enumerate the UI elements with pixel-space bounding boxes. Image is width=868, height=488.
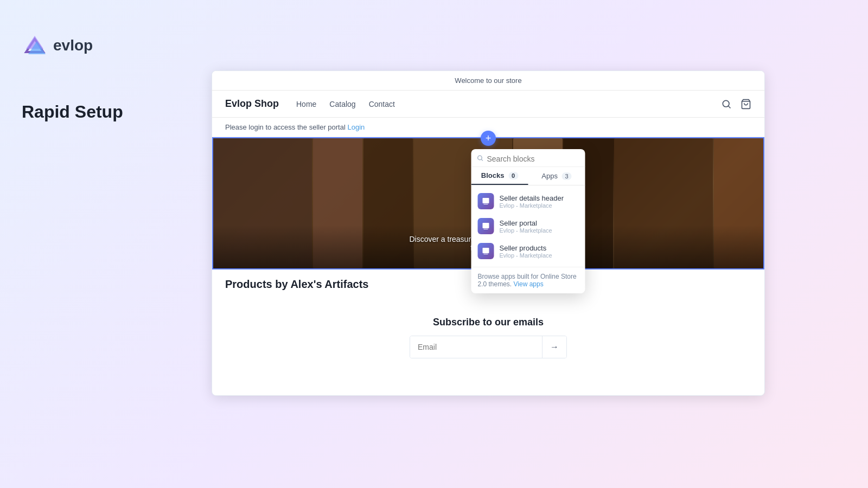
- email-form: →: [410, 336, 567, 358]
- block-icon-3: [478, 243, 494, 259]
- block-source-1: Evlop - Marketplace: [500, 202, 579, 209]
- email-submit-button[interactable]: →: [542, 336, 566, 358]
- login-text: Please login to access the seller portal: [225, 123, 346, 131]
- block-info-1: Seller details header Evlop - Marketplac…: [500, 194, 579, 209]
- block-icon-2: [478, 218, 494, 234]
- nav-links: Home Catalog Contact: [296, 100, 721, 108]
- store-name: Evlop Shop: [225, 98, 279, 110]
- svg-rect-9: [484, 204, 488, 204]
- list-item[interactable]: Seller products Evlop - Marketplace: [471, 239, 585, 264]
- tabs-row: Blocks 0 Apps 3: [471, 167, 585, 185]
- svg-rect-10: [483, 223, 489, 228]
- nav-icons: [721, 99, 751, 110]
- subscribe-title: Subscribe to our emails: [225, 317, 751, 328]
- logo-area: evlop: [22, 33, 184, 59]
- svg-rect-12: [483, 248, 489, 253]
- svg-line-7: [481, 159, 482, 160]
- store-topbar: Welcome to our store: [212, 71, 764, 91]
- block-source-2: Evlop - Marketplace: [500, 227, 579, 234]
- email-input[interactable]: [410, 336, 542, 358]
- svg-rect-13: [484, 254, 488, 254]
- page-title: Rapid Setup: [22, 102, 184, 122]
- list-item[interactable]: Seller details header Evlop - Marketplac…: [471, 189, 585, 214]
- svg-rect-8: [483, 198, 489, 203]
- svg-rect-11: [484, 229, 488, 229]
- svg-point-3: [723, 100, 729, 107]
- search-blocks-input[interactable]: [487, 155, 580, 163]
- tab-blocks[interactable]: Blocks 0: [471, 167, 528, 185]
- store-nav: Evlop Shop Home Catalog Contact: [212, 91, 764, 118]
- block-list: Seller details header Evlop - Marketplac…: [471, 185, 585, 267]
- block-name-1: Seller details header: [500, 194, 579, 202]
- block-name-2: Seller portal: [500, 219, 579, 227]
- logo-text: evlop: [53, 37, 93, 54]
- subscribe-section: Subscribe to our emails →: [212, 304, 764, 371]
- svg-line-4: [729, 106, 731, 108]
- block-name-3: Seller products: [500, 244, 579, 252]
- list-item[interactable]: Seller portal Evlop - Marketplace: [471, 214, 585, 239]
- evlop-logo-icon: [22, 33, 48, 59]
- nav-contact[interactable]: Contact: [369, 100, 395, 108]
- block-info-2: Seller portal Evlop - Marketplace: [500, 219, 579, 234]
- block-source-3: Evlop - Marketplace: [500, 252, 579, 259]
- search-icon[interactable]: [721, 99, 732, 110]
- cart-icon[interactable]: [741, 99, 751, 110]
- blocks-count: 0: [508, 172, 518, 179]
- left-panel: evlop Rapid Setup: [0, 0, 206, 488]
- nav-catalog[interactable]: Catalog: [329, 100, 355, 108]
- view-apps-link[interactable]: View apps: [514, 280, 544, 288]
- add-block-button[interactable]: +: [481, 131, 496, 146]
- nav-home[interactable]: Home: [296, 100, 316, 108]
- apps-footer: Browse apps built for Online Store 2.0 t…: [471, 267, 585, 293]
- search-input-wrap: [471, 149, 585, 167]
- block-icon-1: [478, 193, 494, 209]
- apps-count: 3: [562, 172, 572, 180]
- block-info-3: Seller products Evlop - Marketplace: [500, 244, 579, 259]
- hero-wrapper: Discover a treasure tro... and unique ar…: [212, 137, 764, 269]
- topbar-text: Welcome to our store: [455, 76, 521, 85]
- search-blocks-icon: [477, 155, 484, 163]
- search-blocks-dropdown: Blocks 0 Apps 3 Seller details header Ev: [471, 149, 585, 293]
- svg-point-6: [478, 156, 482, 160]
- preview-window: Welcome to our store Evlop Shop Home Cat…: [212, 70, 765, 396]
- login-link[interactable]: Login: [347, 123, 365, 131]
- tab-apps[interactable]: Apps 3: [528, 167, 585, 185]
